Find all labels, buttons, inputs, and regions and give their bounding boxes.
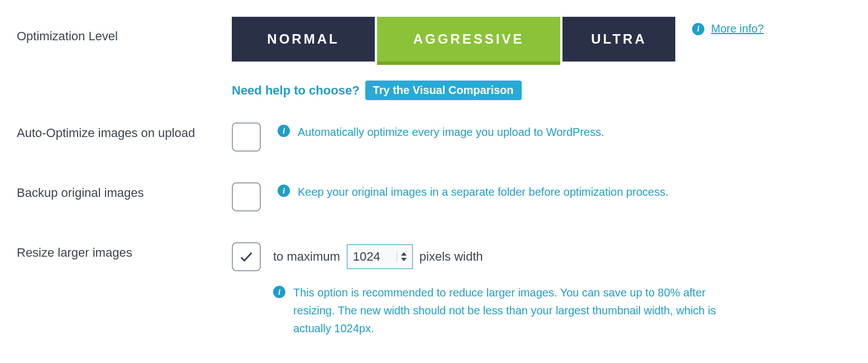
backup-description: Keep your original images in a separate …	[298, 183, 669, 200]
resize-checkbox[interactable]	[232, 242, 261, 271]
resize-description: This option is recommended to reduce lar…	[293, 284, 746, 337]
backup-label: Backup original images	[17, 182, 232, 200]
help-choose-text: Need help to choose?	[232, 83, 360, 98]
more-info-link[interactable]: More info?	[711, 22, 764, 35]
stepper-down-icon[interactable]	[401, 258, 407, 261]
info-icon: i	[278, 125, 290, 137]
stepper-up-icon[interactable]	[401, 252, 407, 256]
resize-width-input[interactable]: 1024	[347, 244, 413, 269]
auto-optimize-label: Auto-Optimize images on upload	[17, 122, 232, 140]
resize-label: Resize larger images	[17, 242, 232, 260]
info-icon: i	[273, 286, 285, 298]
info-icon: i	[278, 185, 290, 197]
optimization-level-group: NORMAL AGGRESSIVE ULTRA	[232, 17, 678, 62]
optimization-level-label: Optimization Level	[17, 17, 232, 44]
level-ultra-button[interactable]: ULTRA	[562, 17, 675, 62]
auto-optimize-description: Automatically optimize every image you u…	[298, 124, 604, 140]
backup-checkbox[interactable]	[232, 182, 261, 211]
info-icon: i	[692, 23, 704, 35]
number-stepper	[397, 252, 409, 261]
level-normal-button[interactable]: NORMAL	[232, 17, 375, 62]
resize-prefix-text: to maximum	[273, 249, 340, 264]
auto-optimize-checkbox[interactable]	[232, 122, 261, 152]
resize-suffix-text: pixels width	[419, 249, 483, 264]
level-aggressive-button[interactable]: AGGRESSIVE	[377, 17, 560, 62]
visual-comparison-button[interactable]: Try the Visual Comparison	[365, 81, 522, 100]
resize-width-value: 1024	[353, 249, 380, 264]
